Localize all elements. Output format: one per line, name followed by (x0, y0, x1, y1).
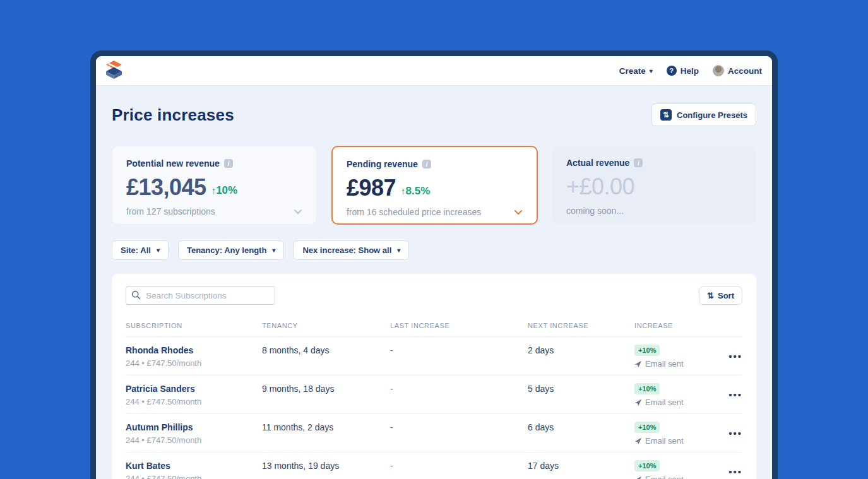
subscription-details: 244 • £747.50/month (126, 397, 262, 406)
help-label: Help (681, 66, 699, 76)
chevron-down-icon: ▾ (650, 68, 653, 74)
search-input[interactable] (126, 286, 275, 305)
up-arrow-icon: ↑ (401, 186, 406, 196)
help-icon: ? (667, 66, 677, 76)
increase-badge: +10% (634, 460, 660, 471)
increase-badge: +10% (634, 345, 660, 356)
table-body: Rhonda Rhodes 244 • £747.50/month 8 mont… (126, 337, 742, 479)
card-actual-revenue[interactable]: Actual revenue i +£0.00 coming soon... (552, 146, 756, 225)
card-amount: £987 (347, 175, 396, 201)
card-delta: ↑8.5% (401, 185, 430, 201)
app-logo[interactable] (105, 61, 122, 81)
help-button[interactable]: ? Help (667, 66, 699, 76)
filter-label: Tenancy: Any length (187, 245, 266, 255)
send-icon (634, 360, 642, 368)
topbar: Create ▾ ? Help Account (96, 56, 772, 86)
next-increase-value: 17 days (528, 459, 634, 471)
email-status-label: Email sent (645, 398, 684, 407)
info-icon[interactable]: i (422, 160, 431, 169)
configure-presets-button[interactable]: ⇅ Configure Presets (651, 103, 756, 126)
send-icon (634, 476, 642, 479)
subscriber-name: Rhonda Rhodes (126, 345, 262, 355)
info-icon[interactable]: i (224, 159, 233, 168)
email-status-label: Email sent (645, 436, 684, 446)
avatar (713, 65, 724, 76)
tenancy-value: 8 months, 4 days (262, 344, 390, 355)
app-window: Create ▾ ? Help Account Price increases … (90, 50, 778, 479)
filter-label: Nex increase: Show all (302, 245, 391, 255)
sort-button[interactable]: ⇅ Sort (699, 287, 742, 305)
chevron-down-icon[interactable] (294, 209, 302, 215)
filter-tenancy[interactable]: Tenancy: Any length ▾ (178, 240, 284, 260)
tenancy-value: 13 months, 19 days (262, 459, 390, 471)
column-header-next-increase: NEXT INCREASE (528, 322, 634, 329)
page-title: Price increases (112, 105, 234, 125)
revenue-cards: Potential new revenue i £13,045 ↑10% fro… (112, 146, 756, 225)
info-icon[interactable]: i (634, 158, 643, 167)
search-icon (131, 290, 141, 300)
email-status: Email sent (634, 436, 727, 446)
send-icon (634, 437, 642, 445)
last-increase-value: - (390, 344, 528, 355)
filter-next-increase[interactable]: Nex increase: Show all ▾ (294, 240, 409, 260)
table-row[interactable]: Autumn Phillips 244 • £747.50/month 11 m… (126, 414, 742, 452)
table-row[interactable]: Patricia Sanders 244 • £747.50/month 9 m… (126, 376, 742, 414)
next-increase-value: 2 days (528, 344, 634, 355)
table-row[interactable]: Kurt Bates 244 • £747.50/month 13 months… (126, 452, 742, 479)
increase-badge: +10% (634, 422, 660, 433)
card-title: Pending revenue (347, 159, 418, 169)
column-header-tenancy: TENANCY (262, 322, 390, 329)
chevron-down-icon: ▾ (397, 247, 400, 254)
filter-label: Site: All (121, 245, 151, 255)
subscriptions-panel: ⇅ Sort SUBSCRIPTION TENANCY LAST INCREAS… (112, 274, 756, 479)
create-label: Create (619, 66, 646, 76)
card-amount: £13,045 (126, 174, 206, 201)
send-icon (634, 399, 642, 406)
row-actions-button[interactable]: ••• (728, 429, 742, 438)
chevron-down-icon[interactable] (514, 210, 523, 215)
card-title: Potential new revenue (126, 158, 220, 169)
presets-icon: ⇅ (660, 109, 672, 121)
email-status: Email sent (634, 398, 727, 407)
column-header-increase: INCREASE (634, 322, 727, 329)
tenancy-value: 9 months, 18 days (262, 382, 390, 394)
subscriber-name: Autumn Phillips (126, 422, 262, 432)
sort-label: Sort (718, 291, 734, 300)
subscription-details: 244 • £747.50/month (126, 358, 262, 368)
filters-bar: Site: All ▾ Tenancy: Any length ▾ Nex in… (112, 240, 756, 260)
row-actions-button[interactable]: ••• (728, 352, 742, 361)
sort-arrows-icon: ⇅ (707, 291, 714, 300)
email-status-label: Email sent (645, 359, 684, 369)
table-row[interactable]: Rhonda Rhodes 244 • £747.50/month 8 mont… (126, 337, 742, 376)
account-button[interactable]: Account (713, 65, 762, 76)
filter-site[interactable]: Site: All ▾ (112, 240, 169, 260)
create-menu-button[interactable]: Create ▾ (619, 66, 653, 76)
last-increase-value: - (390, 421, 528, 432)
card-subtitle: coming soon... (566, 206, 624, 216)
row-actions-button[interactable]: ••• (728, 467, 742, 476)
chevron-down-icon: ▾ (272, 247, 275, 254)
last-increase-value: - (390, 382, 528, 394)
email-status-label: Email sent (645, 475, 684, 479)
card-title: Actual revenue (566, 158, 629, 168)
email-status: Email sent (634, 359, 727, 369)
subscriber-name: Kurt Bates (126, 461, 262, 471)
configure-presets-label: Configure Presets (677, 110, 747, 120)
subscription-details: 244 • £747.50/month (126, 435, 262, 445)
card-subtitle: from 127 subscriptions (126, 206, 215, 216)
email-status: Email sent (634, 475, 727, 479)
logo-icon (105, 61, 122, 79)
table-header-row: SUBSCRIPTION TENANCY LAST INCREASE NEXT … (126, 322, 742, 337)
card-subtitle: from 16 scheduled price increases (347, 207, 481, 217)
card-pending-revenue[interactable]: Pending revenue i £987 ↑8.5% from 16 sch… (331, 146, 538, 225)
column-header-subscription: SUBSCRIPTION (126, 322, 262, 329)
account-label: Account (728, 66, 762, 76)
next-increase-value: 6 days (528, 421, 634, 432)
card-potential-new-revenue[interactable]: Potential new revenue i £13,045 ↑10% fro… (112, 146, 317, 225)
tenancy-value: 11 months, 2 days (262, 421, 390, 432)
row-actions-button[interactable]: ••• (728, 390, 742, 399)
chevron-down-icon: ▾ (157, 247, 160, 254)
card-amount: +£0.00 (566, 174, 634, 200)
column-header-last-increase: LAST INCREASE (390, 322, 528, 329)
subscription-details: 244 • £747.50/month (126, 474, 262, 479)
